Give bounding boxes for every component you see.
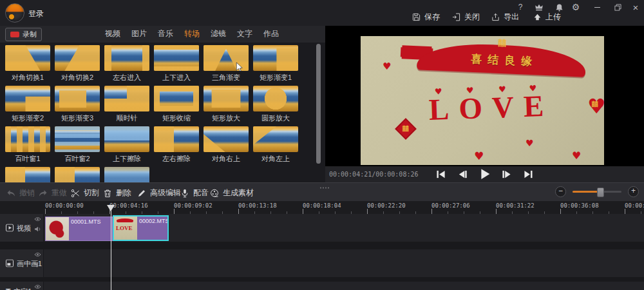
playback-buttons [435, 168, 535, 180]
transition-grid: 对角切换1 对角切换2 [5, 45, 313, 182]
delete-label: 删除 [116, 188, 131, 198]
timeline-clip-1[interactable]: 00001.MTS [45, 217, 113, 241]
transition-item[interactable]: 对角左上 [253, 126, 298, 167]
transition-thumbnail [253, 86, 298, 111]
dub-button[interactable]: 配音 [180, 188, 209, 198]
timeline-ruler[interactable]: 00:00:00:00 00:00:04:16 00:00:09:02 00:0… [0, 201, 644, 214]
transition-item[interactable]: 上下进入 [154, 45, 199, 86]
zoom-slider[interactable] [573, 191, 621, 193]
transition-item[interactable]: 百叶窗1 [5, 126, 50, 167]
skip-to-start-button[interactable] [435, 168, 447, 180]
library-scrollbar[interactable] [316, 44, 321, 182]
generate-material-button[interactable]: 生成素材 [210, 188, 254, 198]
pip-track-lane[interactable] [44, 249, 644, 277]
advanced-edit-label: 高级编辑 [150, 188, 181, 198]
transition-item[interactable]: 左右进入 [104, 45, 149, 86]
library-scrollbar-thumb[interactable] [316, 44, 321, 164]
speaker-icon[interactable] [34, 262, 41, 267]
mouse-cursor-icon [235, 62, 243, 71]
transition-effect-overlay [253, 126, 298, 152]
library-tab[interactable]: 图片 [131, 28, 147, 39]
transition-item[interactable]: 矩形渐变3 [55, 86, 100, 126]
delete-button[interactable]: 删除 [103, 188, 131, 198]
minimize-button[interactable] [591, 2, 603, 12]
login-link[interactable]: 登录 [28, 8, 44, 19]
ruler-timecode: 00:00:13:18 [238, 202, 303, 209]
undo-button[interactable]: 撤销 [6, 188, 35, 198]
zoom-in-button[interactable]: + [628, 186, 639, 197]
transition-effect-overlay [5, 126, 50, 152]
eye-icon[interactable] [34, 252, 41, 257]
upload-button[interactable]: 上传 [533, 12, 561, 22]
vip-button[interactable] [533, 2, 545, 12]
transition-item[interactable]: 矩形渐变2 [5, 86, 50, 126]
eye-icon[interactable] [34, 284, 41, 289]
text-track-lane[interactable] [44, 282, 644, 290]
record-icon [10, 32, 19, 37]
transition-thumbnail [154, 126, 199, 152]
settings-button[interactable]: ⚙ [570, 2, 582, 12]
close-icon: × [633, 2, 639, 13]
next-frame-button[interactable] [501, 168, 513, 180]
library-tab[interactable]: 转场 [184, 28, 200, 39]
save-button[interactable]: 保存 [412, 12, 440, 22]
redo-button[interactable]: 重做 [39, 188, 67, 198]
transition-item[interactable]: 矩形收缩 [154, 86, 199, 126]
transition-item[interactable]: 对角右上 [204, 126, 249, 167]
transition-item[interactable]: 左右擦除 [154, 126, 199, 167]
skip-to-end-button[interactable] [523, 168, 535, 180]
close-project-label: 关闭 [464, 12, 480, 23]
transition-label: 百叶窗1 [5, 155, 50, 162]
transition-item[interactable] [104, 167, 149, 182]
transition-item[interactable] [55, 167, 100, 182]
transition-thumbnail [5, 86, 50, 111]
zoom-out-button[interactable]: − [555, 186, 566, 197]
transition-item[interactable] [5, 167, 50, 182]
transition-thumbnail [5, 45, 50, 71]
transition-item[interactable]: 百叶窗2 [55, 126, 100, 167]
transition-item[interactable]: 矩形放大 [204, 86, 249, 126]
library-tab[interactable]: 音乐 [158, 28, 173, 39]
playhead-handle[interactable] [107, 205, 115, 211]
transition-item[interactable]: 矩形渐变1 [253, 45, 298, 86]
playhead-line[interactable] [111, 206, 111, 290]
library-tab[interactable]: 文字 [237, 28, 252, 39]
double-happiness-heart: ♥ 囍 [587, 94, 604, 117]
transition-effect-overlay [154, 86, 199, 111]
transition-effect-overlay [154, 45, 199, 71]
timeline-clip-2-selected[interactable]: LOVE 00002.MTS [113, 215, 169, 241]
close-window-button[interactable]: × [630, 2, 641, 12]
double-happiness-top: 囍 [498, 37, 507, 50]
text-track-label: 文字1 [14, 287, 32, 290]
export-button[interactable]: 导出 [491, 12, 519, 22]
previous-frame-button[interactable] [457, 168, 469, 180]
zoom-slider-handle[interactable] [597, 188, 604, 197]
ruler-timecode: 00:00:36:08 [560, 202, 625, 209]
library-tab[interactable]: 滤镜 [211, 28, 226, 39]
transition-label: 矩形收缩 [154, 114, 199, 122]
record-button[interactable]: 录制 [5, 28, 42, 41]
transition-item[interactable]: 对角切换2 [55, 45, 100, 86]
restore-button[interactable] [612, 2, 623, 12]
transition-thumbnail [154, 45, 199, 71]
ruler-timecode: 00:00:04:16 [109, 202, 174, 209]
advanced-edit-button[interactable]: 高级编辑 [137, 188, 181, 198]
close-project-button[interactable]: 关闭 [452, 12, 480, 22]
transition-item[interactable]: 顺时针 [104, 86, 149, 126]
transition-effect-overlay [55, 45, 100, 71]
eye-icon[interactable] [34, 217, 41, 222]
transition-effect-overlay [104, 45, 149, 71]
library-tab[interactable]: 作品 [263, 28, 279, 39]
transition-item[interactable]: 圆形放大 [253, 86, 298, 126]
transition-item[interactable]: 三角渐变 [204, 45, 249, 86]
speaker-icon[interactable] [34, 226, 41, 232]
library-tab[interactable]: 视频 [105, 28, 120, 39]
panel-drag-handle[interactable] [319, 187, 330, 189]
transition-item[interactable]: 上下擦除 [104, 126, 149, 167]
app-logo-icon [5, 3, 24, 23]
transition-effect-overlay [253, 45, 298, 71]
play-button[interactable] [479, 168, 491, 180]
transition-item[interactable]: 对角切换1 [5, 45, 50, 86]
transition-effect-overlay [104, 167, 149, 182]
cut-button[interactable]: 切割 [71, 188, 99, 198]
